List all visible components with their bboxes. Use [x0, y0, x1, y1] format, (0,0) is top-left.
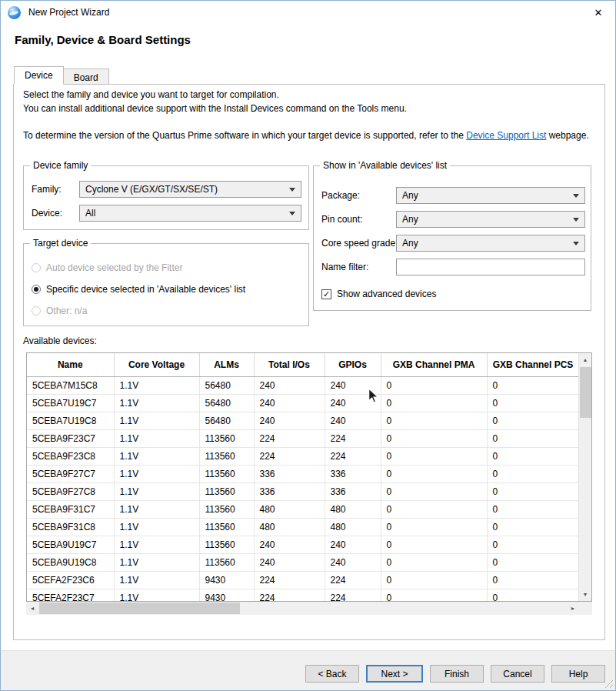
close-icon[interactable]: ✕: [581, 1, 615, 24]
table-cell[interactable]: 5CEBA9U19C8: [27, 553, 114, 571]
table-cell[interactable]: 113560: [199, 518, 254, 536]
horizontal-scrollbar-thumb[interactable]: [39, 603, 240, 614]
table-cell[interactable]: 1.1V: [114, 518, 199, 536]
table-row[interactable]: 5CEBA7U19C71.1V5648024024000: [27, 394, 579, 412]
table-cell[interactable]: 0: [487, 500, 579, 518]
table-cell[interactable]: 9430: [199, 589, 254, 602]
table-cell[interactable]: 224: [254, 429, 325, 447]
table-cell[interactable]: 1.1V: [114, 536, 199, 553]
table-cell[interactable]: 0: [487, 482, 579, 500]
table-cell[interactable]: 0: [487, 376, 579, 394]
table-cell[interactable]: 0: [381, 465, 487, 482]
table-cell[interactable]: 240: [325, 536, 381, 553]
name-filter-input[interactable]: [396, 259, 585, 275]
table-cell[interactable]: 336: [325, 482, 381, 500]
table-cell[interactable]: 9430: [199, 571, 254, 589]
table-cell[interactable]: 1.1V: [114, 376, 199, 394]
table-cell[interactable]: 0: [381, 571, 487, 589]
table-cell[interactable]: 240: [254, 394, 325, 412]
table-cell[interactable]: 240: [254, 412, 325, 429]
table-cell[interactable]: 0: [487, 429, 579, 447]
table-cell[interactable]: 224: [325, 589, 381, 602]
table-row[interactable]: 5CEBA9U19C81.1V11356024024000: [27, 553, 579, 571]
column-header-core-voltage[interactable]: Core Voltage: [114, 353, 199, 376]
table-cell[interactable]: 113560: [199, 429, 254, 447]
column-header-alms[interactable]: ALMs: [199, 353, 254, 376]
table-cell[interactable]: 0: [487, 412, 579, 429]
next-button[interactable]: Next >: [366, 665, 423, 683]
table-cell[interactable]: 113560: [199, 447, 254, 465]
table-cell[interactable]: 1.1V: [114, 465, 199, 482]
table-cell[interactable]: 56480: [199, 412, 254, 429]
pin-count-select[interactable]: Any: [396, 211, 585, 228]
table-cell[interactable]: 56480: [199, 376, 254, 394]
table-cell[interactable]: 224: [254, 589, 325, 602]
table-cell[interactable]: 0: [487, 571, 579, 589]
column-header-name[interactable]: Name: [27, 353, 114, 376]
table-cell[interactable]: 336: [254, 482, 325, 500]
table-cell[interactable]: 113560: [199, 482, 254, 500]
table-cell[interactable]: 1.1V: [114, 429, 199, 447]
table-cell[interactable]: 240: [254, 553, 325, 571]
table-cell[interactable]: 0: [487, 553, 579, 571]
checkbox-checked-icon[interactable]: ✓: [321, 289, 331, 299]
table-cell[interactable]: 5CEBA9F27C8: [27, 482, 114, 500]
table-cell[interactable]: 1.1V: [114, 571, 199, 589]
scroll-down-icon[interactable]: ▼: [579, 588, 591, 601]
table-cell[interactable]: 5CEFA2F23C6: [27, 571, 114, 589]
table-cell[interactable]: 0: [381, 536, 487, 553]
table-row[interactable]: 5CEFA2F23C71.1V943022422400: [27, 589, 579, 602]
table-cell[interactable]: 0: [381, 412, 487, 429]
back-button[interactable]: < Back: [305, 665, 359, 683]
cancel-button[interactable]: Cancel: [491, 665, 544, 683]
table-cell[interactable]: 1.1V: [114, 412, 199, 429]
table-cell[interactable]: 113560: [199, 500, 254, 518]
radio-selected-icon[interactable]: [32, 285, 41, 294]
family-select[interactable]: Cyclone V (E/GX/GT/SX/SE/ST): [79, 181, 301, 198]
table-cell[interactable]: 5CEFA2F23C7: [27, 589, 114, 602]
table-row[interactable]: 5CEBA9F27C71.1V11356033633600: [27, 465, 579, 482]
table-cell[interactable]: 5CEBA7M15C8: [27, 376, 114, 394]
table-cell[interactable]: 1.1V: [114, 553, 199, 571]
table-cell[interactable]: 240: [325, 553, 381, 571]
table-cell[interactable]: 224: [325, 447, 381, 465]
scroll-right-icon[interactable]: ►: [567, 602, 579, 615]
show-advanced-devices-checkbox[interactable]: ✓ Show advanced devices: [321, 289, 436, 299]
table-cell[interactable]: 0: [381, 553, 487, 571]
table-cell[interactable]: 5CEBA9U19C7: [27, 536, 114, 553]
horizontal-scrollbar[interactable]: ◄ ►: [26, 602, 579, 615]
table-row[interactable]: 5CEBA9F31C81.1V11356048048000: [27, 518, 579, 536]
table-cell[interactable]: 0: [487, 465, 579, 482]
scroll-up-icon[interactable]: ▲: [579, 353, 591, 366]
table-cell[interactable]: 0: [381, 500, 487, 518]
table-cell[interactable]: 0: [487, 589, 579, 602]
table-cell[interactable]: 1.1V: [114, 447, 199, 465]
table-row[interactable]: 5CEBA9F31C71.1V11356048048000: [27, 500, 579, 518]
table-cell[interactable]: 240: [325, 394, 381, 412]
vertical-scrollbar[interactable]: ▲ ▼: [578, 353, 591, 601]
table-cell[interactable]: 5CEBA7U19C7: [27, 394, 114, 412]
table-cell[interactable]: 224: [254, 571, 325, 589]
table-cell[interactable]: 0: [487, 394, 579, 412]
table-cell[interactable]: 5CEBA9F31C8: [27, 518, 114, 536]
column-header-gxb-channel-pma[interactable]: GXB Channel PMA: [381, 353, 487, 376]
table-cell[interactable]: 1.1V: [114, 482, 199, 500]
table-cell[interactable]: 1.1V: [114, 589, 199, 602]
table-row[interactable]: 5CEBA9U19C71.1V11356024024000: [27, 536, 579, 553]
table-row[interactable]: 5CEBA9F27C81.1V11356033633600: [27, 482, 579, 500]
table-cell[interactable]: 224: [325, 429, 381, 447]
table-cell[interactable]: 1.1V: [114, 500, 199, 518]
tab-board[interactable]: Board: [64, 68, 109, 85]
table-cell[interactable]: 0: [381, 447, 487, 465]
table-cell[interactable]: 0: [381, 394, 487, 412]
scroll-left-icon[interactable]: ◄: [26, 602, 38, 615]
table-cell[interactable]: 0: [487, 447, 579, 465]
table-cell[interactable]: 224: [254, 447, 325, 465]
table-cell[interactable]: 240: [254, 376, 325, 394]
table-cell[interactable]: 5CEBA9F27C7: [27, 465, 114, 482]
table-cell[interactable]: 5CEBA9F23C8: [27, 447, 114, 465]
table-cell[interactable]: 0: [381, 376, 487, 394]
finish-button[interactable]: Finish: [430, 665, 484, 683]
table-cell[interactable]: 1.1V: [114, 394, 199, 412]
table-cell[interactable]: 0: [381, 518, 487, 536]
